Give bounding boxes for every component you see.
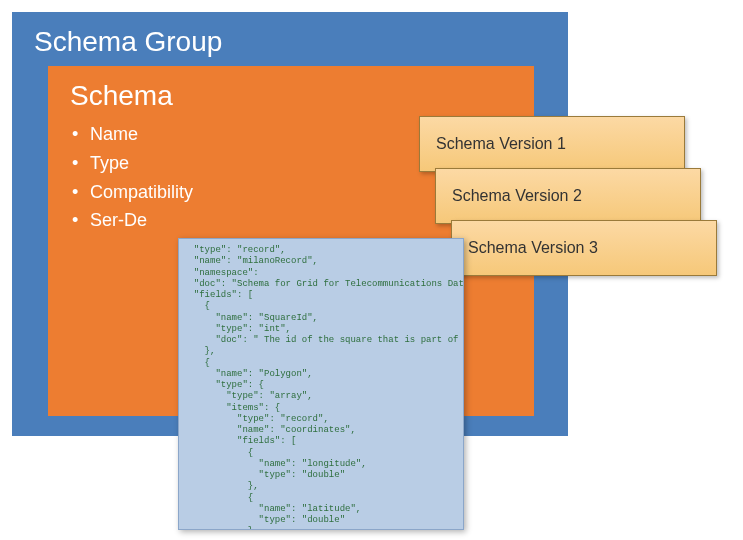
schema-group-title: Schema Group <box>34 26 546 58</box>
schema-code-snippet: "type": "record", "name": "milanoRecord"… <box>178 238 464 530</box>
schema-version-1-label: Schema Version 1 <box>436 135 566 153</box>
schema-version-3-label: Schema Version 3 <box>468 239 598 257</box>
schema-title: Schema <box>70 80 512 112</box>
schema-version-3-card: Schema Version 3 <box>451 220 717 276</box>
schema-version-2-label: Schema Version 2 <box>452 187 582 205</box>
schema-version-1-card: Schema Version 1 <box>419 116 685 172</box>
schema-version-2-card: Schema Version 2 <box>435 168 701 224</box>
